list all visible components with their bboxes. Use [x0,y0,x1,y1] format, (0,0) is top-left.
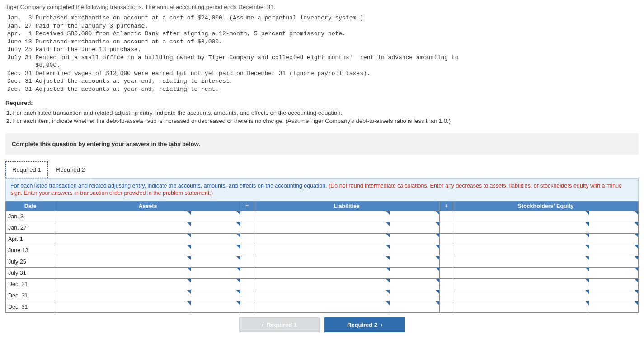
equals-cell [240,245,254,256]
equity-account-input[interactable] [453,290,589,301]
assets-account-input[interactable] [55,245,191,256]
assets-amount-input[interactable] [191,222,240,234]
assets-account-input[interactable] [55,222,191,234]
equity-account-input[interactable] [453,222,589,234]
assets-account-input[interactable] [55,234,191,245]
liabilities-amount-input[interactable] [390,256,439,268]
liabilities-account-input[interactable] [254,279,390,290]
liabilities-account-input[interactable] [254,301,390,313]
assets-account-input[interactable] [55,290,191,301]
plus-cell [439,222,453,234]
assets-amount-input[interactable] [191,301,240,313]
liabilities-account-input[interactable] [254,256,390,268]
prev-required-button: ‹ Required 1 [239,317,320,332]
table-row: Apr. 1 [6,234,639,245]
equity-amount-input[interactable] [589,245,639,256]
equity-amount-input[interactable] [589,222,639,234]
liabilities-amount-input[interactable] [390,279,439,290]
liabilities-amount-input[interactable] [390,268,439,279]
th-equals: = [240,202,254,211]
table-row: June 13 [6,245,639,256]
liabilities-account-input[interactable] [254,211,390,222]
equals-cell [240,290,254,301]
equity-account-input[interactable] [453,268,589,279]
equals-cell [240,279,254,290]
assets-account-input[interactable] [55,256,191,268]
assets-account-input[interactable] [55,279,191,290]
equity-amount-input[interactable] [589,290,639,301]
table-row: Dec. 31 [6,290,639,301]
plus-cell [439,245,453,256]
liabilities-account-input[interactable] [254,234,390,245]
equity-amount-input[interactable] [589,234,639,245]
next-required-button[interactable]: Required 2 › [324,317,405,332]
liabilities-account-input[interactable] [254,290,390,301]
liabilities-account-input[interactable] [254,245,390,256]
th-date: Date [6,202,55,211]
plus-cell [439,256,453,268]
equals-cell [240,301,254,313]
equity-amount-input[interactable] [589,268,639,279]
equity-account-input[interactable] [453,256,589,268]
next-label: Required 2 [347,321,377,328]
table-row: Dec. 31 [6,301,639,313]
assets-amount-input[interactable] [191,211,240,222]
date-cell: July 31 [6,268,55,279]
liabilities-amount-input[interactable] [390,211,439,222]
equity-amount-input[interactable] [589,211,639,222]
chevron-right-icon: › [381,321,382,328]
assets-amount-input[interactable] [191,256,240,268]
equals-cell [240,211,254,222]
plus-cell [439,211,453,222]
liabilities-amount-input[interactable] [390,222,439,234]
plus-cell [439,279,453,290]
table-row: Dec. 31 [6,279,639,290]
requirements-list: 1. For each listed transaction and relat… [6,109,639,125]
liabilities-amount-input[interactable] [390,290,439,301]
equals-cell [240,222,254,234]
date-cell: Jan. 27 [6,222,55,234]
th-liabilities: Liabilities [254,202,439,211]
answer-table: Date Assets = Liabilities + Stockholders… [5,201,639,313]
equity-account-input[interactable] [453,301,589,313]
liabilities-account-input[interactable] [254,268,390,279]
liabilities-amount-input[interactable] [390,245,439,256]
equity-account-input[interactable] [453,245,589,256]
plus-cell [439,290,453,301]
liabilities-amount-input[interactable] [390,234,439,245]
equals-cell [240,234,254,245]
equals-cell [240,268,254,279]
tab-required-2[interactable]: Required 2 [49,161,92,178]
liabilities-account-input[interactable] [254,222,390,234]
assets-account-input[interactable] [55,268,191,279]
tab-required-1[interactable]: Required 1 [5,161,48,178]
problem-intro: Tiger Company completed the following tr… [5,4,639,10]
table-row: July 25 [6,256,639,268]
th-plus: + [439,202,453,211]
equity-amount-input[interactable] [589,256,639,268]
assets-account-input[interactable] [55,211,191,222]
assets-amount-input[interactable] [191,290,240,301]
table-row: Jan. 27 [6,222,639,234]
assets-amount-input[interactable] [191,268,240,279]
assets-account-input[interactable] [55,301,191,313]
date-cell: Dec. 31 [6,301,55,313]
equity-account-input[interactable] [453,279,589,290]
equity-amount-input[interactable] [589,279,639,290]
instruction-main: For each listed transaction and related … [10,183,329,189]
assets-amount-input[interactable] [191,279,240,290]
assets-amount-input[interactable] [191,245,240,256]
tab-panel-required-1: For each listed transaction and related … [5,178,639,333]
th-stockholders-equity: Stockholders' Equity [453,202,638,211]
plus-cell [439,234,453,245]
assets-amount-input[interactable] [191,234,240,245]
plus-cell [439,301,453,313]
th-assets: Assets [55,202,240,211]
date-cell: June 13 [6,245,55,256]
equity-amount-input[interactable] [589,301,639,313]
liabilities-amount-input[interactable] [390,301,439,313]
table-row: Jan. 3 [6,211,639,222]
equity-account-input[interactable] [453,234,589,245]
nav-buttons: ‹ Required 1 Required 2 › [5,317,639,332]
equity-account-input[interactable] [453,211,589,222]
